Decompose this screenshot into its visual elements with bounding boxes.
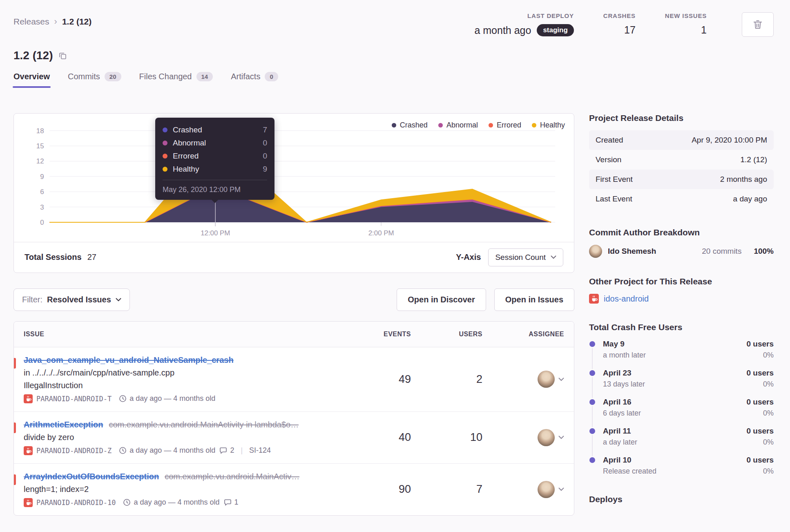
issue-age: a day ago — 4 months old bbox=[119, 394, 215, 403]
chart-tooltip: Crashed 7 Abnormal 0 Errored 0 bbox=[155, 118, 274, 200]
issue-message: divide by zero bbox=[24, 433, 341, 442]
healthy-dot-icon bbox=[163, 167, 167, 172]
comment-count[interactable]: 2 bbox=[219, 446, 234, 455]
tooltip-crashed-value: 7 bbox=[263, 125, 267, 134]
svg-text:0: 0 bbox=[40, 219, 44, 226]
detail-row-last-event: Last Event a day ago bbox=[589, 189, 774, 209]
legend-errored-label: Errored bbox=[497, 121, 521, 130]
sessions-chart-panel: Crashed Abnormal Errored Healthy bbox=[13, 113, 574, 273]
issue-annotation-link[interactable]: SI-124 bbox=[249, 446, 271, 455]
assignee-avatar[interactable] bbox=[538, 481, 555, 498]
issue-events-count: 90 bbox=[341, 483, 411, 496]
issue-location: in ../../../../src/main/cpp/native-sampl… bbox=[24, 368, 341, 378]
column-events: EVENTS bbox=[341, 331, 411, 338]
deploys-section: Deploys bbox=[589, 494, 774, 504]
chevron-down-icon[interactable] bbox=[558, 487, 564, 491]
timeline-date: May 9 bbox=[603, 340, 625, 349]
other-projects-heading: Other Project for This Release bbox=[589, 277, 774, 286]
issue-row: ArrayIndexOutOfBoundsException com.examp… bbox=[14, 464, 574, 515]
title-row: 1.2 (12) bbox=[13, 49, 774, 62]
new-issues-label: NEW ISSUES bbox=[665, 12, 707, 19]
comment-icon bbox=[224, 499, 232, 506]
legend-crashed-label: Crashed bbox=[400, 121, 428, 130]
comment-count[interactable]: 1 bbox=[224, 498, 239, 507]
project-badge[interactable]: PARANOID-ANDROID-10 bbox=[24, 498, 116, 507]
meta-divider: | bbox=[241, 446, 243, 455]
chart-legend: Crashed Abnormal Errored Healthy bbox=[392, 121, 565, 130]
comment-icon bbox=[219, 447, 227, 454]
issues-filter-dropdown[interactable]: Filter: Resolved Issues bbox=[13, 288, 130, 311]
open-in-discover-button[interactable]: Open in Discover bbox=[397, 288, 486, 311]
svg-text:12:00 PM: 12:00 PM bbox=[201, 229, 230, 237]
abnormal-dot-icon bbox=[163, 141, 167, 145]
issue-age: a day ago — 4 months old bbox=[119, 446, 215, 455]
tab-files-changed[interactable]: Files Changed 14 bbox=[139, 72, 213, 88]
tab-commits-badge: 20 bbox=[105, 72, 121, 81]
timeline-percent: 0% bbox=[763, 380, 774, 389]
project-badge[interactable]: PARANOID-ANDROID-Z bbox=[24, 446, 112, 455]
timeline-percent: 0% bbox=[763, 409, 774, 418]
svg-text:3: 3 bbox=[40, 203, 44, 211]
project-badge[interactable]: PARANOID-ANDROID-T bbox=[24, 394, 112, 403]
other-project-link[interactable]: idos-android bbox=[604, 294, 649, 304]
timeline-dot-icon bbox=[589, 457, 595, 463]
legend-item-healthy[interactable]: Healthy bbox=[532, 121, 565, 130]
issue-title-link[interactable]: Java_com_example_vu_android_NativeSample… bbox=[24, 355, 234, 365]
column-issue: ISSUE bbox=[24, 331, 341, 338]
legend-item-abnormal[interactable]: Abnormal bbox=[438, 121, 478, 130]
yaxis-select[interactable]: Session Count bbox=[488, 248, 563, 266]
legend-item-errored[interactable]: Errored bbox=[489, 121, 521, 130]
abnormal-dot-icon bbox=[438, 123, 443, 127]
assignee-avatar[interactable] bbox=[538, 371, 555, 388]
tooltip-row-abnormal: Abnormal 0 bbox=[163, 136, 267, 150]
breadcrumb-current: 1.2 (12) bbox=[62, 17, 91, 27]
breadcrumb-releases-link[interactable]: Releases bbox=[13, 17, 49, 27]
tooltip-abnormal-label: Abnormal bbox=[173, 139, 257, 148]
timeline-dot-icon bbox=[589, 399, 595, 405]
issue-title-link[interactable]: ArrayIndexOutOfBoundsException bbox=[24, 472, 159, 481]
delete-release-button[interactable] bbox=[742, 12, 774, 37]
tooltip-row-healthy: Healthy 9 bbox=[163, 163, 267, 176]
yaxis-label: Y-Axis bbox=[456, 253, 481, 262]
chevron-down-icon bbox=[551, 255, 556, 259]
svg-text:9: 9 bbox=[40, 173, 44, 181]
timeline-sublabel: 6 days later bbox=[603, 409, 641, 418]
legend-item-crashed[interactable]: Crashed bbox=[392, 121, 428, 130]
timeline-entry: May 9 0 users a month later 0% bbox=[589, 340, 774, 360]
issue-title-link[interactable]: ArithmeticException bbox=[24, 420, 103, 429]
issue-users-count: 10 bbox=[411, 431, 482, 444]
chevron-down-icon[interactable] bbox=[558, 378, 564, 381]
issue-row: ArithmeticException com.example.vu.andro… bbox=[14, 412, 574, 464]
timeline-sublabel: a month later bbox=[603, 351, 646, 360]
column-users: USERS bbox=[411, 331, 482, 338]
crashed-dot-icon bbox=[163, 127, 167, 132]
svg-text:2:00 PM: 2:00 PM bbox=[368, 229, 394, 237]
crashed-dot-icon bbox=[392, 123, 396, 127]
issue-culprit: com.example.vu.android.MainActivity in l… bbox=[109, 420, 299, 429]
tab-overview[interactable]: Overview bbox=[13, 72, 50, 88]
breadcrumb-separator-icon: › bbox=[54, 16, 57, 27]
author-avatar bbox=[589, 245, 602, 258]
release-overview-page: Releases › 1.2 (12) LAST DEPLOY a month … bbox=[0, 0, 790, 523]
open-in-issues-button[interactable]: Open in Issues bbox=[494, 288, 574, 311]
assignee-avatar[interactable] bbox=[538, 429, 555, 446]
commit-author-heading: Commit Author Breakdown bbox=[589, 228, 774, 237]
issue-age: a day ago — 4 months old bbox=[123, 498, 219, 507]
last-deploy-label: LAST DEPLOY bbox=[527, 12, 574, 19]
chevron-down-icon[interactable] bbox=[558, 436, 564, 439]
author-name: Ido Shemesh bbox=[608, 247, 696, 256]
total-sessions-label: Total Sessions bbox=[25, 253, 82, 262]
issue-age-text: a day ago — 4 months old bbox=[134, 498, 219, 507]
detail-label: First Event bbox=[596, 175, 633, 184]
tab-commits[interactable]: Commits 20 bbox=[68, 72, 121, 88]
unhandled-marker-icon bbox=[14, 422, 16, 433]
release-stats: LAST DEPLOY a month ago staging CRASHES … bbox=[474, 12, 774, 37]
issue-events-count: 40 bbox=[341, 431, 411, 444]
tooltip-healthy-label: Healthy bbox=[173, 165, 257, 174]
tab-artifacts[interactable]: Artifacts 0 bbox=[231, 72, 278, 88]
last-deploy-value: a month ago bbox=[474, 25, 531, 36]
deploys-heading: Deploys bbox=[589, 494, 774, 504]
copy-version-icon[interactable] bbox=[59, 52, 67, 60]
clock-icon bbox=[123, 498, 131, 506]
sessions-area-chart[interactable]: 036912151812:00 PM2:00 PM bbox=[20, 119, 567, 241]
